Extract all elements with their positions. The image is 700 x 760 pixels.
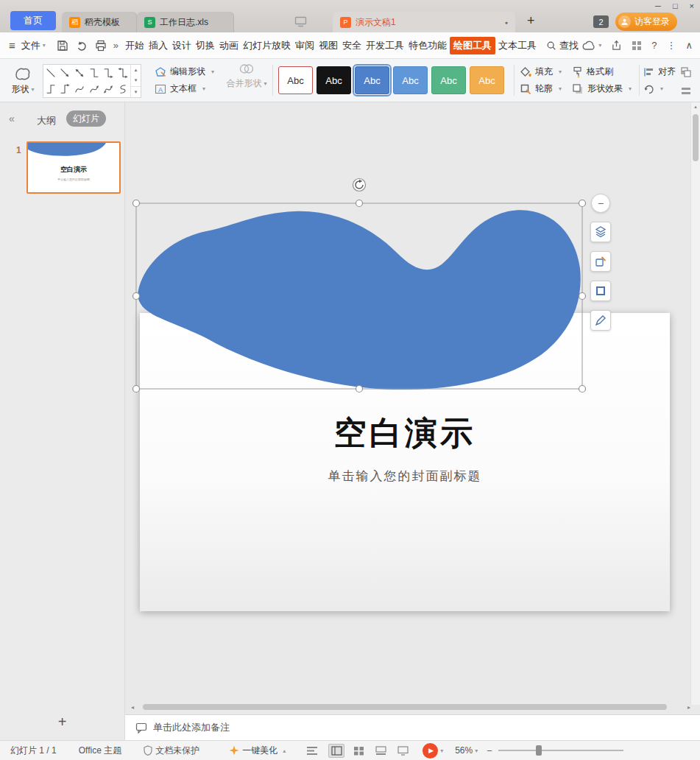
slide[interactable]: 空白演示 单击输入您的封面副标题 (140, 313, 670, 611)
merge-shapes-button[interactable]: 合并形状▾ (224, 63, 269, 90)
menu-item-insert[interactable]: 插入 (147, 37, 169, 54)
tab-spreadsheet[interactable]: S 工作日志.xls (137, 12, 234, 32)
tab-slides[interactable]: 幻灯片 (66, 110, 106, 127)
shape-glyph-scribble[interactable] (116, 81, 130, 97)
vertical-scroll-thumb[interactable] (693, 114, 699, 161)
menu-item-review[interactable]: 审阅 (294, 37, 316, 54)
shape-format-button[interactable] (590, 251, 611, 272)
add-slide-button[interactable]: + (0, 714, 124, 731)
format-painter-button[interactable]: 格式刷 (572, 63, 613, 80)
kebab-menu-icon[interactable]: ⋮ (666, 40, 676, 51)
shape-glyph-arrow-line[interactable] (58, 65, 73, 81)
tab-presentation-active[interactable]: P 演示文稿1 ● (333, 12, 515, 32)
shape-glyph-line[interactable] (43, 65, 58, 81)
menu-item-dev-tools[interactable]: 开发工具 (364, 37, 406, 54)
horizontal-scroll-thumb[interactable] (143, 704, 667, 710)
menu-item-view[interactable]: 视图 (317, 37, 339, 54)
scroll-right-icon[interactable]: ▸ (687, 704, 690, 711)
window-minimize-button[interactable]: ─ (655, 1, 661, 11)
new-tab-button[interactable]: + (527, 13, 535, 29)
resize-handle-n[interactable] (356, 200, 363, 207)
tab-outline[interactable]: 大纲 (37, 114, 56, 127)
shape-glyph-elbow-down-arrow[interactable] (58, 81, 73, 97)
gallery-more-icon[interactable]: ▾ (131, 86, 141, 97)
shapes-button[interactable]: 形状▾ (6, 63, 40, 99)
play-options-icon[interactable]: ▾ (440, 747, 443, 754)
menu-item-animation[interactable]: 动画 (218, 37, 240, 54)
fill-button[interactable]: 填充 ▾ (520, 63, 562, 80)
window-maximize-button[interactable]: □ (673, 1, 678, 11)
slide-canvas[interactable]: 空白演示 单击输入您的封面副标题 − (125, 102, 700, 714)
home-tab-button[interactable]: 首页 (10, 11, 56, 30)
outline-button[interactable]: 轮廓 ▾ (520, 80, 562, 97)
slide-sorter-view-button[interactable] (350, 744, 367, 758)
collapse-ribbon-icon[interactable]: ∧ (685, 40, 693, 51)
shape-style-preset[interactable]: Abc (431, 66, 466, 94)
gallery-scroll-up-icon[interactable]: ▴ (131, 65, 141, 75)
shape-style-preset[interactable]: Abc (278, 66, 313, 94)
shape-glyph-curve-double-arrow[interactable] (102, 81, 116, 97)
shape-glyph-elbow-double-arrow[interactable] (116, 65, 130, 81)
resize-handle-e[interactable] (579, 293, 586, 300)
login-button[interactable]: 访客登录 (615, 13, 677, 31)
resize-handle-w[interactable] (133, 293, 140, 300)
shape-style-preset-selected[interactable]: Abc (355, 66, 389, 94)
brush-button[interactable] (590, 310, 611, 331)
shape-style-preset[interactable]: Abc (317, 66, 351, 94)
protection-status[interactable]: 文档未保护 (144, 745, 199, 757)
collapse-tools-button[interactable]: − (591, 194, 610, 213)
menu-item-text-tools[interactable]: 文本工具 (497, 37, 538, 54)
zoom-slider-thumb[interactable] (536, 745, 542, 756)
text-settings-icon[interactable] (306, 746, 318, 756)
zoom-slider[interactable] (498, 745, 623, 756)
menu-item-slideshow[interactable]: 幻灯片放映 (241, 37, 292, 54)
notes-view-button[interactable] (372, 744, 389, 758)
window-count-badge[interactable]: 2 (593, 15, 609, 28)
normal-view-button[interactable] (328, 744, 344, 758)
shape-glyph-curve-arrow[interactable] (87, 81, 102, 97)
print-icon[interactable] (95, 40, 107, 52)
shape-style-preset[interactable]: Abc (393, 66, 428, 94)
horizontal-scrollbar[interactable]: ◂ ▸ (131, 702, 690, 712)
resize-handle-nw[interactable] (133, 200, 140, 207)
resize-handle-ne[interactable] (579, 200, 586, 207)
menu-item-draw-tools[interactable]: 绘图工具 (450, 37, 495, 54)
window-close-button[interactable]: × (690, 1, 694, 11)
gallery-scroll-down-icon[interactable]: ▾ (131, 75, 141, 85)
rotate-button[interactable]: ▾ (643, 80, 685, 97)
vertical-scrollbar[interactable]: ▴ (690, 102, 700, 705)
resize-handle-sw[interactable] (133, 386, 140, 393)
shape-glyph-curve[interactable] (72, 81, 87, 97)
menu-item-start[interactable]: 开始 (124, 37, 146, 54)
help-icon[interactable]: ? (651, 40, 657, 51)
beautify-button[interactable]: 一键美化 ▴ (229, 745, 286, 757)
slide-title[interactable]: 空白演示 (140, 412, 670, 455)
shape-glyph-elbow-down[interactable] (43, 81, 58, 97)
edit-shape-button[interactable]: 编辑形状 ▾ (155, 63, 214, 80)
tab-docer-templates[interactable]: 稻 稻壳模板 (62, 12, 137, 32)
text-box-button[interactable]: A 文本框 ▾ (155, 80, 214, 97)
slide-thumbnail[interactable]: 空白演示 单击输入您的封面副标题 (26, 141, 121, 194)
more-options-icon[interactable] (680, 85, 692, 97)
menu-item-features[interactable]: 特色功能 (407, 37, 448, 54)
shape-glyph-elbow-arrow[interactable] (102, 65, 116, 81)
notes-bar[interactable]: 单击此处添加备注 (125, 714, 700, 740)
menu-item-transition[interactable]: 切换 (194, 37, 216, 54)
monitor-icon[interactable] (294, 16, 307, 27)
theme-label[interactable]: Office 主题 (79, 745, 121, 757)
align-button[interactable]: 对齐 ▾ (643, 63, 685, 80)
apps-icon[interactable] (632, 41, 642, 51)
shape-effects-button[interactable]: 形状效果 ▾ (572, 80, 632, 97)
layers-button[interactable] (590, 222, 611, 242)
scroll-left-icon[interactable]: ◂ (131, 704, 134, 711)
layer-options-icon[interactable] (680, 66, 692, 78)
hamburger-menu-icon[interactable]: ≡ (9, 39, 15, 52)
zoom-level[interactable]: 56% ▾ (455, 745, 478, 756)
shape-glyph-double-arrow-line[interactable] (72, 65, 87, 81)
slide-subtitle[interactable]: 单击输入您的封面副标题 (140, 468, 670, 485)
share-icon[interactable] (611, 40, 622, 51)
zoom-out-button[interactable]: − (487, 745, 492, 756)
frame-button[interactable] (590, 281, 611, 301)
search-button[interactable]: 查找 (546, 39, 579, 52)
save-icon[interactable] (57, 40, 68, 52)
